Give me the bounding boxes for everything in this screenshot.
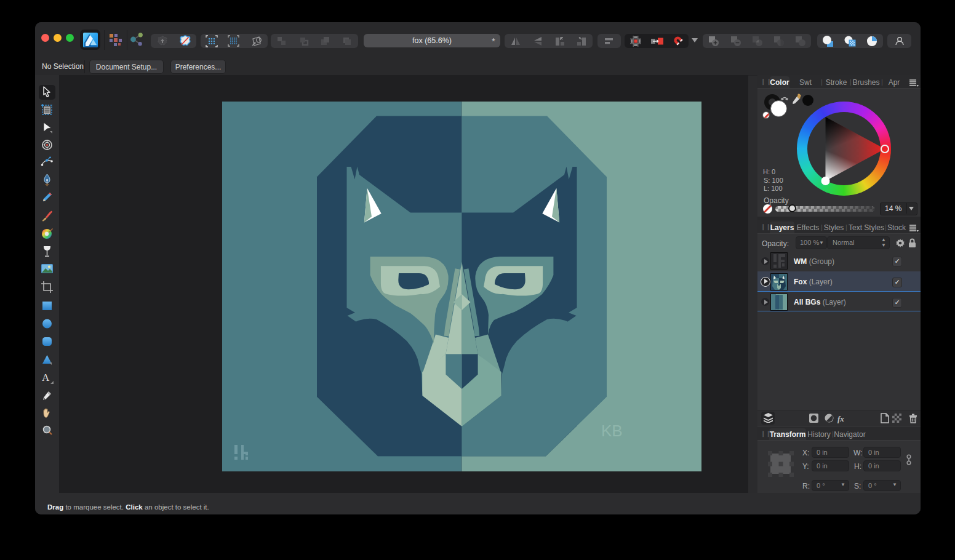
svg-text:KB: KB [601,422,623,440]
